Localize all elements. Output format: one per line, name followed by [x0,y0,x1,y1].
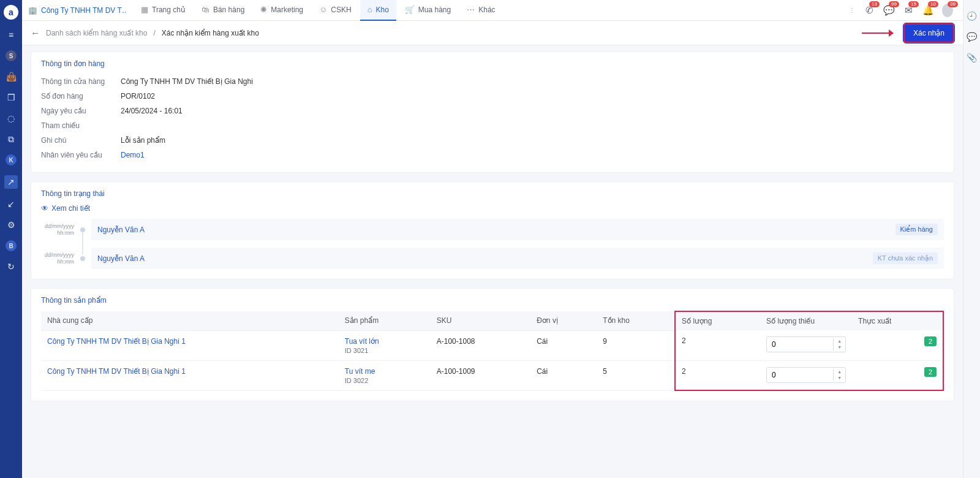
product-id: ID 3021 [345,347,424,354]
tab-label: Marketing [271,6,303,14]
tab-label: Kho [375,6,388,14]
step-up-icon[interactable]: ▲ [834,369,845,375]
link-text: Xem chi tiết [51,204,90,213]
quantity-stepper[interactable]: ▲▼ [766,336,846,352]
comment-icon[interactable]: 💬 [967,32,977,42]
clock-icon[interactable]: 🕘 [967,11,977,21]
tab-sales[interactable]: 🛍Bán hàng [194,0,252,21]
app-logo[interactable]: a [4,5,18,20]
value-date: 24/05/2024 - 16:01 [121,107,183,115]
cell-missing: ▲▼ [760,330,852,360]
card-title: Thông tin sản phẩm [41,296,944,305]
tab-bar: ▦Trang chủ 🛍Bán hàng ✺Marketing ☺CSKH ⌂K… [134,0,503,21]
step-up-icon[interactable]: ▲ [834,338,845,344]
timeline-dot [80,256,85,261]
phone-icon[interactable]: ✆13 [864,5,875,16]
value-staff[interactable]: Demo1 [121,151,145,159]
timeline-date: dd/mm/yyyy hh:mm [41,223,74,237]
attachment-icon[interactable]: 📎 [967,53,977,63]
timeline-body: Nguyễn Văn A Kiểm hàng [91,219,944,240]
tab-purchase[interactable]: 🛒Mua hàng [398,0,458,21]
breadcrumb-current: Xác nhận kiểm hàng xuất kho [162,29,259,37]
building-icon: 🏢 [28,6,37,15]
label-code: Số đơn hàng [41,92,115,101]
right-rail: 🕘 💬 📎 [963,0,980,478]
supplier-link[interactable]: Công Ty TNHH TM DV Thiết Bị Gia Nghi 1 [47,367,186,376]
order-info-card: Thông tin đơn hàng Thông tin cửa hàngCôn… [31,51,954,173]
refresh-icon[interactable]: ↻ [6,261,17,272]
arrow-down-left-icon[interactable]: ↙ [6,199,17,210]
cell-qty: 2 [675,330,760,360]
timeline: dd/mm/yyyy hh:mm Nguyễn Văn A Kiểm hàng … [41,219,944,269]
cell-actual: 2 [852,360,943,390]
label-staff: Nhân viên yêu cầu [41,151,115,159]
org-switcher[interactable]: 🏢 Công Ty TNHH TM DV T… › [28,6,126,15]
eye-icon: 👁 [41,204,48,213]
menu-icon[interactable]: ≡ [6,29,17,40]
th-supplier: Nhà cung cấp [41,311,339,330]
badge: 15 [908,1,919,7]
missing-input[interactable] [767,371,833,379]
bag-icon[interactable]: 👜 [6,71,17,82]
breadcrumb-prev[interactable]: Danh sách kiểm hàng xuất kho [46,29,147,37]
arrow-up-right-icon[interactable]: ↗ [4,175,18,189]
th-unit: Đơn vị [530,311,597,330]
timeline-date: dd/mm/yyyy hh:mm [41,252,74,265]
step-down-icon[interactable]: ▼ [834,344,845,351]
table-row: Công Ty TNHH TM DV Thiết Bị Gia Nghi 1Tu… [41,330,943,360]
cell-sku: A-100-1009 [431,360,530,390]
timeline-user[interactable]: Nguyễn Văn A [97,226,145,234]
status-badge: Kiểm hàng [895,224,938,235]
copy-icon[interactable]: ⧉ [6,134,17,145]
step-down-icon[interactable]: ▼ [834,375,845,381]
more-icon[interactable]: ⋮ [849,7,855,13]
label-note: Ghi chú [41,136,115,145]
cell-unit: Cái [530,360,597,390]
view-detail-link[interactable]: 👁Xem chi tiết [41,204,944,213]
cell-unit: Cái [530,330,597,360]
tab-home[interactable]: ▦Trang chủ [134,0,193,21]
left-rail: a ≡ S 👜 ❒ ◌ ⧉ K ↗ ↙ ⚙ B ↻ [0,0,22,478]
product-link[interactable]: Tu vít me [345,367,424,376]
tag-icon[interactable]: ◌ [6,113,17,124]
bell-icon[interactable]: 🔔10 [922,5,933,16]
tab-marketing[interactable]: ✺Marketing [253,0,311,21]
layers-icon[interactable]: ❒ [6,92,17,103]
th-actual: Thực xuất [852,311,943,330]
tab-label: Khác [478,6,495,14]
supplier-link[interactable]: Công Ty TNHH TM DV Thiết Bị Gia Nghi 1 [47,337,186,346]
grid-icon: ▦ [141,5,148,14]
home-icon: ⌂ [368,5,372,14]
label-ref: Tham chiếu [41,121,115,130]
gear-icon[interactable]: ⚙ [6,219,17,230]
tab-label: Mua hàng [418,6,451,14]
org-name: Công Ty TNHH TM DV T… [41,6,126,15]
mail-icon[interactable]: ✉15 [903,5,914,16]
table-row: Công Ty TNHH TM DV Thiết Bị Gia Nghi 1Tu… [41,360,943,390]
breadcrumb-sep: / [153,29,155,37]
avatar[interactable]: 39 [942,5,953,16]
cell-qty: 2 [675,360,760,390]
rail-badge-b[interactable]: B [6,240,17,251]
chat-icon[interactable]: 💬99 [883,5,894,16]
timeline-user[interactable]: Nguyễn Văn A [97,254,145,263]
cell-stock: 9 [597,330,675,360]
th-missing: Số lượng thiếu [760,311,852,330]
badge: 13 [869,1,880,7]
tab-cskh[interactable]: ☺CSKH [312,0,359,21]
card-title: Thông tin trạng thái [41,189,944,198]
timeline-body: Nguyễn Văn A KT chưa xác nhận [91,248,944,269]
product-link[interactable]: Tua vít lớn [345,337,424,346]
cell-missing: ▲▼ [760,360,852,390]
headset-icon: ☺ [319,5,327,14]
tab-other[interactable]: ⋯Khác [459,0,502,21]
rail-badge-s[interactable]: S [6,50,17,61]
quantity-stepper[interactable]: ▲▼ [766,367,846,383]
cart-icon: 🛍 [202,5,209,14]
missing-input[interactable] [767,340,833,349]
th-qty: Số lượng [675,311,760,330]
rail-badge-k[interactable]: K [6,154,17,165]
confirm-button[interactable]: Xác nhận [903,23,954,43]
tab-kho[interactable]: ⌂Kho [360,0,396,21]
back-button[interactable]: ← [31,28,40,38]
